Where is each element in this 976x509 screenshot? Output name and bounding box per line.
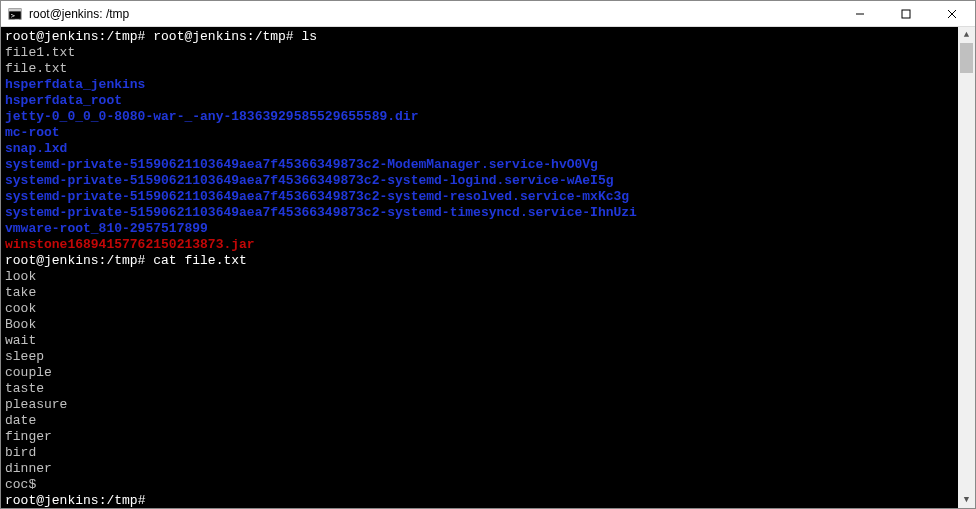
terminal-line: systemd-private-51590621103649aea7f45366… [5,205,954,221]
terminal-output[interactable]: root@jenkins:/tmp# root@jenkins:/tmp# ls… [1,27,958,508]
terminal-line: cook [5,301,954,317]
svg-rect-4 [902,10,910,18]
terminal-line: take [5,285,954,301]
app-icon: >_ [7,6,23,22]
terminal-line: root@jenkins:/tmp# root@jenkins:/tmp# ls [5,29,954,45]
terminal-line: file.txt [5,61,954,77]
terminal-line: vmware-root_810-2957517899 [5,221,954,237]
minimize-button[interactable] [837,1,883,26]
terminal-line: look [5,269,954,285]
terminal-area: root@jenkins:/tmp# root@jenkins:/tmp# ls… [1,27,975,508]
window-controls [837,1,975,26]
terminal-line: systemd-private-51590621103649aea7f45366… [5,173,954,189]
terminal-window: >_ root@jenkins: /tmp root@jenkins:/tmp#… [0,0,976,509]
terminal-line: sleep [5,349,954,365]
terminal-line: date [5,413,954,429]
terminal-line: systemd-private-51590621103649aea7f45366… [5,189,954,205]
terminal-line: couple [5,365,954,381]
terminal-prompt[interactable]: root@jenkins:/tmp# [5,493,954,508]
vertical-scrollbar[interactable]: ▲ ▼ [958,27,975,508]
terminal-line: bird [5,445,954,461]
terminal-line: wait [5,333,954,349]
close-button[interactable] [929,1,975,26]
terminal-line: Book [5,317,954,333]
terminal-line: mc-root [5,125,954,141]
terminal-line: root@jenkins:/tmp# cat file.txt [5,253,954,269]
terminal-line: systemd-private-51590621103649aea7f45366… [5,157,954,173]
scrollbar-thumb[interactable] [960,43,973,73]
terminal-line: winstone16894157762150213873.jar [5,237,954,253]
terminal-line: pleasure [5,397,954,413]
terminal-line: dinner [5,461,954,477]
terminal-line: finger [5,429,954,445]
terminal-line: coc$ [5,477,954,493]
titlebar[interactable]: >_ root@jenkins: /tmp [1,1,975,27]
terminal-line: jetty-0_0_0_0-8080-war-_-any-18363929585… [5,109,954,125]
terminal-line: hsperfdata_root [5,93,954,109]
terminal-line: file1.txt [5,45,954,61]
svg-text:>_: >_ [11,11,20,19]
window-title: root@jenkins: /tmp [29,7,837,21]
terminal-line: hsperfdata_jenkins [5,77,954,93]
scroll-up-arrow[interactable]: ▲ [958,27,975,43]
scroll-down-arrow[interactable]: ▼ [958,492,975,508]
terminal-line: taste [5,381,954,397]
maximize-button[interactable] [883,1,929,26]
terminal-line: snap.lxd [5,141,954,157]
